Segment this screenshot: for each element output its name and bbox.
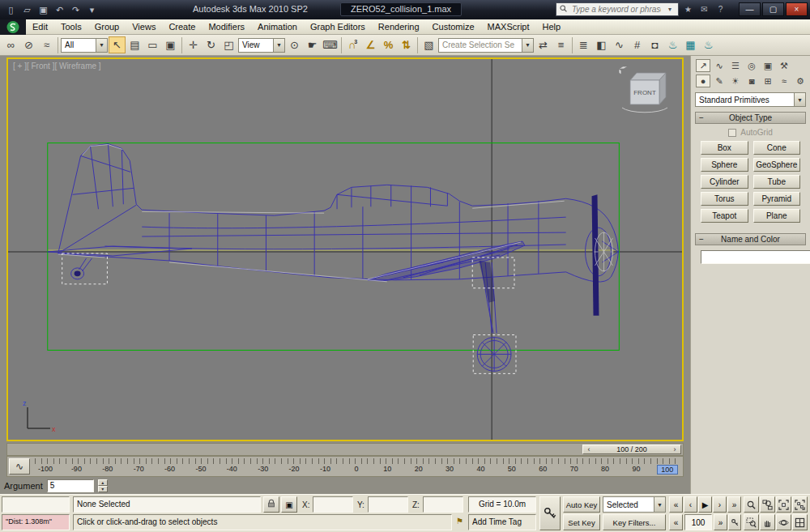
object-type-rollout-header[interactable]: − Object Type	[695, 112, 806, 124]
select-and-link-icon[interactable]: ∞	[2, 36, 19, 53]
autogrid-checkbox[interactable]	[728, 129, 736, 137]
time-slider-track[interactable]: ‹ 100 / 200 ›	[6, 443, 684, 456]
maximize-button[interactable]: ▢	[762, 2, 784, 16]
search-icon[interactable]	[556, 4, 569, 15]
window-crossing-icon[interactable]: ▣	[162, 36, 179, 53]
tab-hierarchy-icon[interactable]: ☰	[728, 59, 743, 72]
torus-button[interactable]: Torus	[701, 192, 748, 206]
category-shapes-icon[interactable]: ✎	[712, 74, 727, 87]
z-coordinate-field[interactable]	[423, 496, 463, 513]
menu-modifiers[interactable]: Modifiers	[202, 20, 251, 33]
search-input[interactable]	[569, 5, 663, 14]
render-production-icon[interactable]: ♨	[700, 36, 717, 53]
add-time-tag[interactable]: Add Time Tag	[468, 514, 536, 530]
help-icon[interactable]: ?	[714, 2, 727, 16]
menu-help[interactable]: Help	[536, 20, 568, 33]
rectangular-selection-region-icon[interactable]: ▭	[144, 36, 161, 53]
select-and-move-icon[interactable]: ✛	[185, 36, 202, 53]
selection-lock-icon[interactable]	[263, 496, 279, 513]
bind-to-space-warp-icon[interactable]: ≈	[38, 36, 55, 53]
time-slider-prev-icon[interactable]: ‹	[583, 445, 595, 453]
new-scene-icon[interactable]: ▯	[3, 2, 19, 17]
key-filter-selection-dropdown[interactable]: Selected ▼	[603, 496, 666, 513]
spinner-up-icon[interactable]: ▴	[98, 479, 108, 486]
x-coordinate-field[interactable]	[313, 496, 353, 513]
spinner-snap-icon[interactable]: ⇅	[398, 36, 415, 53]
align-icon[interactable]: ≡	[552, 36, 569, 53]
set-key-button[interactable]: Set Key	[563, 514, 600, 530]
teapot-button[interactable]: Teapot	[701, 209, 748, 223]
key-filters-button[interactable]: Key Filters...	[603, 514, 666, 530]
zoom-icon[interactable]	[744, 496, 759, 513]
previous-key-icon[interactable]: «	[669, 514, 683, 530]
object-name-field[interactable]	[701, 250, 810, 264]
play-icon[interactable]: ▶	[698, 496, 712, 513]
select-object-icon[interactable]: ↖	[109, 36, 126, 53]
category-lights-icon[interactable]: ☀	[728, 74, 743, 87]
next-key-icon[interactable]: »	[714, 514, 727, 530]
argument-field[interactable]	[47, 479, 94, 492]
mirror-icon[interactable]: ⇄	[535, 36, 552, 53]
maximize-viewport-toggle-icon[interactable]	[792, 514, 808, 530]
category-cameras-icon[interactable]: ◙	[744, 74, 759, 87]
tab-display-icon[interactable]: ▣	[761, 59, 775, 72]
graphite-modeling-tools-icon[interactable]: ◧	[593, 36, 610, 53]
cylinder-button[interactable]: Cylinder	[701, 175, 748, 189]
menu-animation[interactable]: Animation	[251, 20, 304, 33]
menu-rendering[interactable]: Rendering	[372, 20, 426, 33]
chevron-down-icon[interactable]: ▼	[654, 497, 665, 512]
quick-access-menu-icon[interactable]: ▾	[84, 2, 100, 17]
menu-edit[interactable]: Edit	[26, 20, 54, 33]
named-selection-sets-dropdown[interactable]: Create Selection Se ▼	[438, 38, 534, 53]
geosphere-button[interactable]: GeoSphere	[753, 158, 801, 172]
close-button[interactable]: ×	[786, 2, 808, 16]
name-and-color-rollout-header[interactable]: − Name and Color	[695, 233, 806, 245]
tab-utilities-icon[interactable]: ⚒	[777, 59, 791, 72]
go-to-start-icon[interactable]: «	[669, 496, 683, 513]
snaps-toggle-icon[interactable]: ∩ 3	[344, 36, 361, 53]
select-by-name-icon[interactable]: ▤	[126, 36, 143, 53]
menu-tools[interactable]: Tools	[54, 20, 88, 33]
save-file-icon[interactable]: ▣	[36, 2, 51, 17]
material-editor-icon[interactable]: ◘	[646, 36, 663, 53]
category-geometry-icon[interactable]: ●	[696, 74, 710, 87]
menu-graph-editors[interactable]: Graph Editors	[304, 20, 372, 33]
pyramid-button[interactable]: Pyramid	[753, 192, 801, 206]
previous-frame-icon[interactable]: ‹	[684, 496, 697, 513]
key-mode-toggle-icon[interactable]	[728, 514, 741, 530]
search-dropdown-icon[interactable]: ▾	[663, 6, 676, 13]
plane-button[interactable]: Plane	[753, 209, 801, 223]
chevron-down-icon[interactable]: ▼	[96, 39, 107, 52]
open-file-icon[interactable]: ▱	[19, 2, 35, 17]
selection-filter-dropdown[interactable]: All ▼	[61, 38, 108, 53]
zoom-extents-all-icon[interactable]	[792, 496, 808, 513]
spinner-down-icon[interactable]: ▾	[98, 486, 108, 492]
category-helpers-icon[interactable]: ⊞	[761, 74, 775, 87]
tab-modify-icon[interactable]: ∿	[712, 59, 727, 72]
mini-curve-editor-icon[interactable]: ∿	[9, 458, 30, 475]
argument-spinner[interactable]: ▴ ▾	[98, 479, 108, 492]
percent-snap-icon[interactable]: %	[380, 36, 397, 53]
y-coordinate-field[interactable]	[368, 496, 408, 513]
keyboard-shortcut-override-icon[interactable]: ⌨	[322, 36, 339, 53]
trackbar-current-frame[interactable]: 100	[657, 465, 678, 475]
minimize-button[interactable]: —	[739, 2, 761, 16]
chevron-down-icon[interactable]: ▼	[522, 39, 533, 52]
primitive-category-dropdown[interactable]: Standard Primitives ▼	[695, 92, 806, 107]
pan-hand-icon[interactable]	[760, 514, 775, 530]
time-slider-handle[interactable]: ‹ 100 / 200 ›	[582, 445, 681, 454]
undo-icon[interactable]: ↶	[52, 2, 67, 17]
select-and-rotate-icon[interactable]: ↻	[202, 36, 220, 53]
tab-motion-icon[interactable]: ◎	[744, 59, 759, 72]
curve-editor-icon[interactable]: ∿	[611, 36, 628, 53]
zoom-region-icon[interactable]	[744, 514, 759, 530]
chevron-down-icon[interactable]: ▼	[273, 39, 284, 52]
layer-manager-icon[interactable]: ≣	[575, 36, 592, 53]
select-and-manipulate-icon[interactable]: ☛	[304, 36, 321, 53]
category-space-warps-icon[interactable]: ≈	[777, 74, 791, 87]
menu-create[interactable]: Create	[162, 20, 202, 33]
communication-center-icon[interactable]: ✉	[697, 2, 711, 16]
render-setup-icon[interactable]: ♨	[664, 36, 681, 53]
tab-create-icon[interactable]: ↗	[696, 59, 710, 72]
box-button[interactable]: Box	[701, 141, 748, 155]
